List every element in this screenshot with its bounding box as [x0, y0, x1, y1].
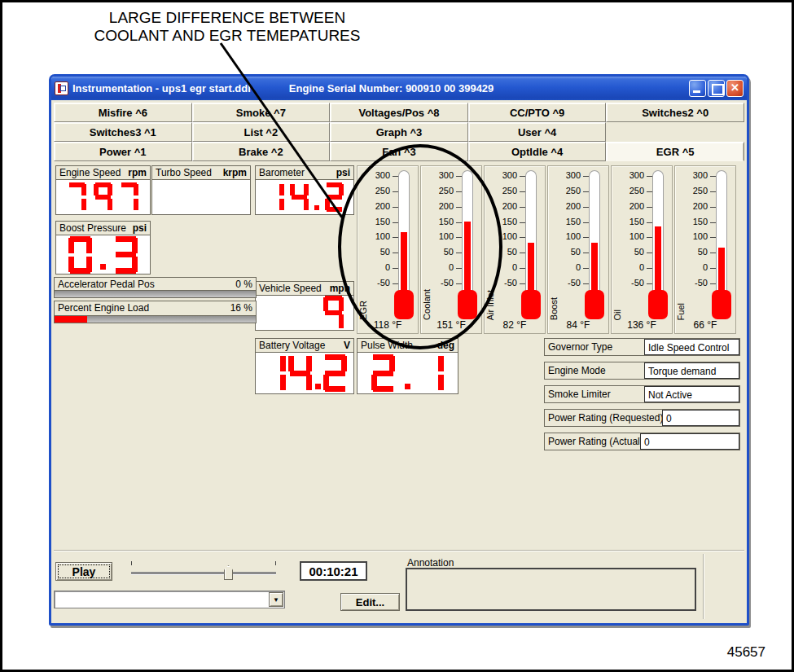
tick-label: 300 — [364, 170, 390, 180]
tick-mark — [583, 237, 589, 238]
tick-label: 100 — [555, 231, 581, 241]
tick-mark — [647, 268, 652, 269]
tick-mark — [583, 268, 589, 269]
tab-power-1[interactable]: Power ^1 — [54, 142, 192, 161]
tick-label: -50 — [555, 278, 581, 288]
callout-text: LARGE DIFFERENCE BETWEEN COOLANT AND EGR… — [68, 9, 387, 45]
digit-1 — [420, 354, 444, 392]
gauge-unit: deg — [437, 340, 454, 351]
thermometer-value: 118 °F — [358, 319, 418, 331]
slider-track[interactable] — [131, 572, 276, 574]
gauge-unit: V — [344, 340, 350, 351]
tab-graph-3[interactable]: Graph ^3 — [330, 122, 468, 142]
thermometer-value: 136 °F — [612, 319, 672, 331]
thermometer-value: 66 °F — [675, 319, 735, 331]
segment — [306, 375, 312, 390]
tab-list-2[interactable]: List ^2 — [192, 122, 331, 142]
tab-fan-3[interactable]: Fan ^3 — [330, 142, 468, 161]
segment — [134, 199, 138, 210]
tick-label: -50 — [682, 278, 708, 288]
tab-optidle-4[interactable]: OptIdle ^4 — [468, 142, 607, 161]
segment — [438, 356, 444, 371]
gauge-label: Battery Voltage — [259, 340, 325, 351]
thermometer-boost: 300250200150100500-50Boost84 °F — [547, 165, 609, 334]
segment — [95, 195, 111, 200]
bar-percent-engine-load: Percent Engine Load16 % — [54, 301, 257, 323]
slider-thumb[interactable] — [224, 565, 233, 580]
tick-mark — [647, 253, 652, 253]
thermometer-bulb — [712, 290, 731, 319]
gauge-turbo-speed: Turbo Speedkrpm — [151, 165, 251, 215]
gauge-label: Engine Speed — [59, 167, 121, 178]
gauge-pulse-width: Pulse Widthdeg — [357, 338, 458, 394]
play-button[interactable]: Play — [55, 562, 112, 581]
tick-label: 250 — [428, 186, 454, 195]
progress-fill — [55, 316, 87, 323]
status-label: Engine Mode — [548, 365, 606, 376]
thermometer-strip: 300250200150100500-50EGR118 °F3002502001… — [357, 165, 736, 334]
thermometer-fuel: 300250200150100500-50Fuel66 °F — [674, 165, 736, 334]
annotation-label: Annotation — [407, 557, 454, 569]
status-value-field: Torque demand — [644, 362, 739, 379]
digit-7 — [68, 182, 86, 212]
thermometer-name: Fuel — [676, 303, 686, 320]
status-label: Governor Type — [548, 341, 612, 353]
tick-mark — [647, 222, 652, 223]
digit-9 — [323, 296, 344, 330]
segment — [304, 184, 309, 195]
thermometer-value: 84 °F — [548, 319, 608, 331]
tab-egr-5[interactable]: EGR ^5 — [606, 142, 744, 161]
decimal-point — [405, 384, 410, 389]
thermometer-mercury — [464, 222, 471, 296]
tab-row-3: Power ^1Brake ^2Fan ^3OptIdle ^4EGR ^5 — [54, 142, 744, 161]
annotation-box[interactable] — [406, 568, 696, 611]
edit-button[interactable]: Edit... — [340, 593, 400, 611]
segment — [306, 356, 312, 371]
tick-mark — [393, 268, 398, 269]
tab-switches3-1[interactable]: Switches3 ^1 — [54, 122, 192, 142]
time-display: 00:10:21 — [300, 561, 367, 581]
seven-segment-display — [56, 180, 150, 214]
close-button[interactable] — [726, 80, 744, 97]
tick-label: 150 — [618, 217, 644, 226]
tick-label: 0 — [491, 262, 517, 272]
tab-cc-pto-9[interactable]: CC/PTO ^9 — [468, 103, 607, 122]
tab-switches2-0[interactable]: Switches2 ^0 — [606, 103, 744, 122]
tick-mark — [647, 176, 652, 177]
tick-mark — [520, 191, 525, 192]
maximize-button[interactable] — [708, 80, 725, 97]
status-value-field: Not Active — [644, 386, 739, 402]
segment — [81, 184, 86, 195]
tab-misfire-6[interactable]: Misfire ^6 — [54, 103, 192, 122]
progress-track — [55, 315, 256, 323]
tab-user-4[interactable]: User ^4 — [468, 122, 607, 142]
figure-number: 45657 — [727, 644, 765, 661]
tick-mark — [710, 176, 716, 177]
status-label: Smoke Limiter — [548, 389, 611, 400]
tab-brake-2[interactable]: Brake ^2 — [192, 142, 331, 161]
title-bar[interactable]: Instrumentation - ups1 egr start.ddl Eng… — [51, 77, 747, 100]
tick-label: 250 — [491, 186, 517, 195]
segment — [325, 386, 345, 392]
tick-label: 300 — [682, 170, 708, 180]
tick-label: 50 — [491, 247, 517, 257]
tab-voltages-pos-8[interactable]: Voltages/Pos ^8 — [330, 103, 468, 122]
tick-mark — [647, 237, 652, 238]
tick-label: 200 — [555, 201, 581, 211]
minimize-button[interactable] — [689, 80, 706, 97]
digit-4 — [290, 182, 309, 212]
digit-2 — [323, 354, 347, 392]
tick-label: 100 — [428, 231, 454, 241]
digit-9 — [94, 182, 112, 212]
decimal-point — [314, 205, 319, 210]
chevron-down-icon[interactable]: ▼ — [269, 592, 283, 607]
tab-smoke-7[interactable]: Smoke ^7 — [192, 103, 331, 122]
gauge-battery-voltage: Battery VoltageV — [255, 338, 354, 394]
segment — [280, 356, 286, 371]
log-combobox[interactable]: ▼ — [54, 591, 285, 608]
figure-frame: LARGE DIFFERENCE BETWEEN COOLANT AND EGR… — [0, 0, 794, 672]
tick-label: 250 — [682, 186, 708, 195]
tick-label: 50 — [555, 247, 581, 257]
playback-slider[interactable] — [123, 560, 284, 582]
digit-7 — [120, 182, 138, 212]
